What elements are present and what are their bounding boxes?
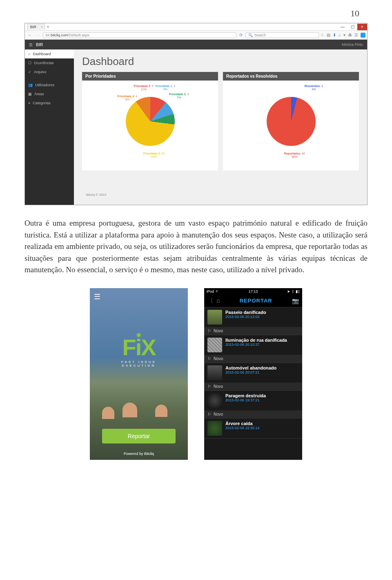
- main-content: Dashboard Por Prioridades Prioridade 5: …: [74, 49, 367, 205]
- status-icon: ⚐: [207, 412, 211, 417]
- sidebar-item-dashboard[interactable]: ⌂Dashboard: [25, 49, 74, 58]
- sidebar-item-categorias[interactable]: ≡Categorias: [25, 99, 74, 107]
- thumbnail: [207, 338, 222, 352]
- thumbnail: [207, 310, 222, 325]
- search-icon: 🔍: [248, 33, 253, 37]
- download-icon[interactable]: ⬇: [333, 33, 336, 37]
- sidebar-item-ocorrencias[interactable]: ☐Ocorrências: [25, 58, 74, 67]
- skype-icon[interactable]: [361, 33, 365, 38]
- panel-header: Reportados vs Resolvidos: [223, 72, 359, 81]
- status-icon: ⚐: [207, 356, 211, 361]
- sidebar-item-areas[interactable]: ▦Áreas: [25, 90, 74, 99]
- pie-chart-priorities: [126, 97, 175, 146]
- minimize-button[interactable]: —: [338, 24, 347, 30]
- status-row: ⚐Novo: [204, 327, 302, 335]
- fix-logo: Fi✱X FAST ISSUE EXECUTION: [114, 337, 163, 367]
- close-tab-icon[interactable]: ×: [41, 25, 43, 29]
- home-icon[interactable]: ⌂: [216, 297, 220, 305]
- thumbnail: [207, 393, 222, 408]
- user-name[interactable]: Mónica Pinto: [342, 43, 363, 47]
- status-icon: ⚐: [207, 329, 211, 333]
- back-icon[interactable]: 〈: [207, 297, 213, 305]
- status-bar: iPodᯤ 17:13 ➤ᛒ▮▯: [204, 288, 302, 295]
- sidebar-item-arquivo[interactable]: ✓Arquivo: [25, 67, 74, 76]
- list-item[interactable]: Paragem destruída2015-02-06 19:37:21 ⚐No…: [204, 391, 302, 419]
- address-bar: ← → bir.bir.bitcliq.combitcliq.com/Defau…: [25, 31, 367, 40]
- sidebar: ⌂Dashboard ☐Ocorrências ✓Arquivo 👥Utiliz…: [25, 49, 74, 205]
- app-frame: ☰ BIR Mónica Pinto ⌂Dashboard ☐Ocorrênci…: [25, 40, 367, 205]
- panel-reported-resolved: Reportados vs Resolvidos Resolvidos: 34%…: [223, 72, 359, 170]
- list-item[interactable]: Árvore caída2015-02-06 19:35:14: [204, 419, 302, 439]
- page-title: Dashboard: [82, 55, 359, 68]
- phone-reportar-list: iPodᯤ 17:13 ➤ᛒ▮▯ 〈 ⌂ REPORTAR 📷 Passeio …: [204, 288, 302, 460]
- list-item[interactable]: Automóvel abandonado2015-02-06 20:07:21 …: [204, 363, 302, 391]
- wifi-icon: ᯤ: [216, 289, 219, 293]
- gear-icon: ✱: [136, 333, 140, 338]
- camera-icon[interactable]: 📷: [292, 298, 299, 304]
- thumbnail: [207, 421, 222, 436]
- app-topbar: ☰ BIR Mónica Pinto: [25, 40, 367, 49]
- menu-icon[interactable]: ☰: [94, 292, 100, 301]
- tab-title: BIR: [30, 25, 36, 29]
- panel-header: Por Prioridades: [82, 72, 218, 81]
- sidebar-item-utilizadores[interactable]: 👥Utilizadores: [25, 81, 74, 90]
- thumbnail: [207, 365, 222, 380]
- reportar-button[interactable]: Reportar: [102, 429, 176, 443]
- bluetooth-icon: ᛒ: [292, 289, 294, 293]
- browser-tab[interactable]: BIR ×: [27, 24, 45, 30]
- tags-icon: ≡: [28, 101, 30, 105]
- url-input[interactable]: bir.bir.bitcliq.combitcliq.com/Default.a…: [43, 32, 236, 38]
- hamburger-icon[interactable]: ☰: [29, 43, 33, 47]
- device-label: iPod: [207, 289, 214, 293]
- pie-chart-reports: [267, 97, 316, 146]
- fix-tagline: FAST ISSUE EXECUTION: [114, 360, 163, 367]
- home-icon[interactable]: ⌂: [339, 33, 341, 37]
- status-row: ⚐Novo: [204, 355, 302, 363]
- map-icon: ▦: [28, 92, 32, 96]
- body-paragraph: Outra é uma empresa portuguesa, gestora …: [24, 217, 368, 276]
- phone-screenshots-row: ☰ Fi✱X FAST ISSUE EXECUTION Reportar Pow…: [24, 288, 368, 460]
- status-icon: ⚐: [207, 384, 211, 389]
- menu-icon[interactable]: ☰: [354, 33, 358, 37]
- status-time: 17:13: [249, 289, 258, 293]
- sidebar-icon[interactable]: ▾: [343, 33, 345, 37]
- list-item[interactable]: Passeio danificado2015-02-06 20:12:02 ⚐N…: [204, 307, 302, 335]
- search-input[interactable]: 🔍 Search: [245, 32, 319, 38]
- reload-button[interactable]: ⟳: [238, 33, 244, 37]
- nav-bar: 〈 ⌂ REPORTAR 📷: [204, 295, 302, 307]
- browser-window: BIR × + — ▢ × ← → bir.bir.bitcliq.combit…: [24, 23, 368, 205]
- users-icon: 👥: [28, 83, 33, 87]
- phone-fix-home: ☰ Fi✱X FAST ISSUE EXECUTION Reportar Pow…: [90, 288, 188, 460]
- status-row: ⚐Novo: [204, 383, 302, 390]
- page-number: 10: [24, 8, 368, 19]
- powered-by: Powered by Bitcliq: [90, 452, 188, 456]
- bookmark-icon[interactable]: ☆: [321, 33, 324, 37]
- list-item[interactable]: Iluminação de rua danificada2015-02-06 2…: [204, 335, 302, 363]
- footer-copyright: Bitcliq © 2015: [82, 190, 359, 199]
- panel-priorities: Por Prioridades Prioridade 5: 511% Prior…: [82, 72, 218, 170]
- print-icon[interactable]: 🖶: [348, 33, 352, 37]
- castle-image: [98, 399, 180, 423]
- report-list: Passeio danificado2015-02-06 20:12:02 ⚐N…: [204, 307, 302, 439]
- status-row: ⚐Novo: [204, 410, 302, 418]
- list-icon: ☐: [28, 61, 31, 65]
- close-window-button[interactable]: ×: [357, 24, 367, 30]
- new-tab-button[interactable]: +: [47, 24, 49, 30]
- home-icon: ⌂: [28, 52, 30, 56]
- maximize-button[interactable]: ▢: [347, 24, 357, 30]
- back-button[interactable]: ←: [27, 33, 33, 37]
- readlist-icon[interactable]: ▤: [327, 33, 330, 37]
- nav-title: REPORTAR: [240, 298, 272, 304]
- location-icon: ➤: [287, 289, 290, 293]
- app-brand: BIR: [36, 43, 43, 47]
- archive-icon: ✓: [28, 70, 31, 74]
- forward-button[interactable]: →: [35, 33, 41, 37]
- battery-icon: ▮▯: [296, 289, 300, 293]
- window-titlebar: BIR × + — ▢ ×: [25, 23, 367, 31]
